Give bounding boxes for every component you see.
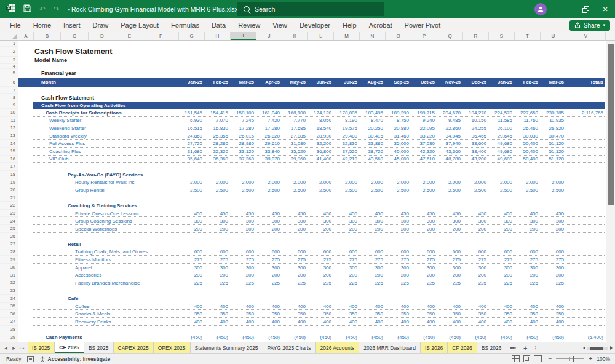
row-number[interactable]: 13 bbox=[0, 132, 18, 140]
account-avatar[interactable] bbox=[534, 3, 547, 15]
column-header-C[interactable]: C bbox=[61, 32, 89, 40]
row-number[interactable]: 35 bbox=[0, 303, 18, 311]
row-number[interactable]: 33 bbox=[0, 287, 18, 295]
page-break-view-icon[interactable] bbox=[534, 355, 542, 362]
row-label[interactable]: Coaching & Training Services bbox=[68, 202, 137, 210]
column-header-L[interactable]: L bbox=[308, 32, 334, 40]
row-number[interactable]: 34 bbox=[0, 295, 18, 303]
cell-month-header-5[interactable]: May-25 bbox=[282, 78, 308, 87]
cell-month-header-13[interactable]: Jan-26 bbox=[489, 78, 515, 87]
column-header-K[interactable]: K bbox=[282, 32, 308, 40]
row-number[interactable]: 6 bbox=[0, 77, 18, 87]
operating-banner-label[interactable]: Cash Flow from Operating Activities bbox=[41, 102, 126, 109]
row-number[interactable]: 2 bbox=[0, 47, 18, 57]
undo-icon[interactable]: ↶ bbox=[39, 5, 46, 14]
ribbon-tab-insert[interactable]: Insert bbox=[57, 22, 87, 29]
cell-month-header-9[interactable]: Sep-25 bbox=[386, 78, 411, 87]
row-label[interactable]: Café bbox=[68, 295, 78, 303]
sheet-title-cell[interactable]: Cash Flow Statement bbox=[34, 47, 112, 57]
tab-overflow-icon[interactable]: ••• bbox=[506, 342, 519, 353]
column-header-T[interactable]: T bbox=[515, 32, 541, 40]
row-number[interactable]: 27 bbox=[0, 240, 18, 248]
row-number[interactable]: 3 bbox=[0, 57, 18, 64]
redo-icon[interactable]: ↷ bbox=[54, 5, 60, 14]
hscroll-right-icon[interactable] bbox=[610, 346, 613, 350]
row-number[interactable]: 24 bbox=[0, 217, 18, 225]
page-layout-view-icon[interactable] bbox=[523, 355, 531, 362]
new-sheet-icon[interactable]: + bbox=[520, 342, 531, 353]
row-number[interactable]: 16 bbox=[0, 156, 18, 164]
ribbon-tab-view[interactable]: View bbox=[266, 22, 293, 29]
row-label[interactable]: Pay-As-You-Go (PAYG) Services bbox=[68, 171, 143, 179]
macro-record-icon[interactable] bbox=[27, 356, 34, 362]
row-number[interactable]: 39 bbox=[0, 333, 18, 341]
sheet-nav-left-icon[interactable]: ◂ bbox=[2, 345, 10, 351]
column-header-E[interactable]: E bbox=[116, 32, 143, 40]
row-number[interactable]: 38 bbox=[0, 326, 18, 334]
ribbon-tab-file[interactable]: File bbox=[4, 22, 27, 29]
share-button[interactable]: Share ▾ bbox=[569, 20, 610, 31]
column-header-U[interactable]: U bbox=[541, 32, 566, 40]
vertical-scrollbar-thumb[interactable] bbox=[608, 44, 614, 205]
sheet-tab-bs-2026[interactable]: BS 2026 bbox=[477, 342, 507, 353]
column-header-V[interactable]: V bbox=[566, 32, 606, 40]
row-number[interactable]: 25 bbox=[0, 225, 18, 233]
ribbon-tab-power-pivot[interactable]: Power Pivot bbox=[399, 22, 447, 29]
ribbon-tab-data[interactable]: Data bbox=[205, 22, 232, 29]
ribbon-tab-acrobat[interactable]: Acrobat bbox=[363, 22, 399, 29]
row-number[interactable]: 17 bbox=[0, 163, 18, 171]
normal-view-icon[interactable] bbox=[512, 355, 520, 362]
cell-month-header-2[interactable]: Feb-25 bbox=[205, 78, 231, 87]
ribbon-tab-developer[interactable]: Developer bbox=[293, 22, 336, 29]
minimize-button[interactable]: — bbox=[554, 0, 573, 18]
qat-customize-icon[interactable]: ▾ bbox=[68, 7, 70, 12]
statement-header-cell[interactable]: Cash Flow Statement bbox=[41, 94, 94, 101]
row-number[interactable]: 5 bbox=[0, 69, 18, 77]
tab-splitter[interactable]: ⋮ bbox=[531, 342, 540, 353]
column-header-D[interactable]: D bbox=[89, 32, 116, 40]
month-label-cell[interactable]: Month bbox=[41, 78, 56, 87]
cell-month-header-4[interactable]: Apr-25 bbox=[256, 78, 282, 87]
sheet-tab-cf-2026[interactable]: CF 2026 bbox=[448, 342, 477, 353]
accessibility-status[interactable]: Accessibility: Investigate bbox=[39, 356, 111, 362]
row-number[interactable]: 36 bbox=[0, 310, 18, 318]
sheet-tab-2026-mrr-dashboard[interactable]: 2026 MRR Dashboard bbox=[359, 342, 421, 353]
cell-month-header-8[interactable]: Aug-25 bbox=[360, 78, 386, 87]
column-header-N[interactable]: N bbox=[360, 32, 386, 40]
sheet-tab-payg-2025-charts[interactable]: PAYG 2025 Charts bbox=[263, 342, 316, 353]
row-number[interactable]: 11 bbox=[0, 117, 18, 125]
restore-button[interactable] bbox=[576, 0, 595, 18]
cell-month-header-11[interactable]: Nov-25 bbox=[437, 78, 463, 87]
cell-month-header-6[interactable]: Jun-25 bbox=[308, 78, 334, 87]
totals-header-cell[interactable]: Totals bbox=[566, 78, 605, 87]
hscroll-thumb[interactable] bbox=[590, 347, 603, 350]
row-number[interactable]: 30 bbox=[0, 264, 18, 272]
column-header-I[interactable]: I bbox=[231, 32, 256, 40]
cell-month-header-12[interactable]: Dec-25 bbox=[463, 78, 489, 87]
search-box[interactable]: Search bbox=[237, 2, 384, 16]
column-header-S[interactable]: S bbox=[489, 32, 515, 40]
row-number[interactable]: 29 bbox=[0, 256, 18, 264]
cell-month-header-15[interactable]: Mar-26 bbox=[541, 78, 566, 87]
sheet-nav-more-icon[interactable]: ⋯ bbox=[18, 345, 26, 351]
column-header-J[interactable]: J bbox=[256, 32, 282, 40]
row-number[interactable]: 18 bbox=[0, 171, 18, 179]
financial-year-cell[interactable]: Financial year bbox=[41, 69, 76, 77]
sheet-tab-is-2026[interactable]: IS 2026 bbox=[421, 342, 448, 353]
sheet-tab-bs-2025[interactable]: BS 2025 bbox=[84, 342, 114, 353]
hscroll-track[interactable] bbox=[587, 347, 608, 350]
ribbon-tab-help[interactable]: Help bbox=[336, 22, 363, 29]
row-number[interactable]: 12 bbox=[0, 124, 18, 132]
cell-month-header-14[interactable]: Feb-26 bbox=[515, 78, 541, 87]
row-number[interactable]: 32 bbox=[0, 279, 18, 287]
ribbon-tab-page-layout[interactable]: Page Layout bbox=[114, 22, 165, 29]
column-header-R[interactable]: R bbox=[463, 32, 489, 40]
row-number[interactable]: 26 bbox=[0, 233, 18, 241]
ribbon-tab-formulas[interactable]: Formulas bbox=[165, 22, 205, 29]
column-header-M[interactable]: M bbox=[334, 32, 360, 40]
row-number[interactable]: 28 bbox=[0, 248, 18, 256]
sheet-nav-right-icon[interactable]: ▸ bbox=[10, 345, 18, 351]
cell-month-header-3[interactable]: Mar-25 bbox=[231, 78, 256, 87]
column-header-B[interactable]: B bbox=[34, 32, 61, 40]
cell-month-header-10[interactable]: Oct-25 bbox=[411, 78, 437, 87]
